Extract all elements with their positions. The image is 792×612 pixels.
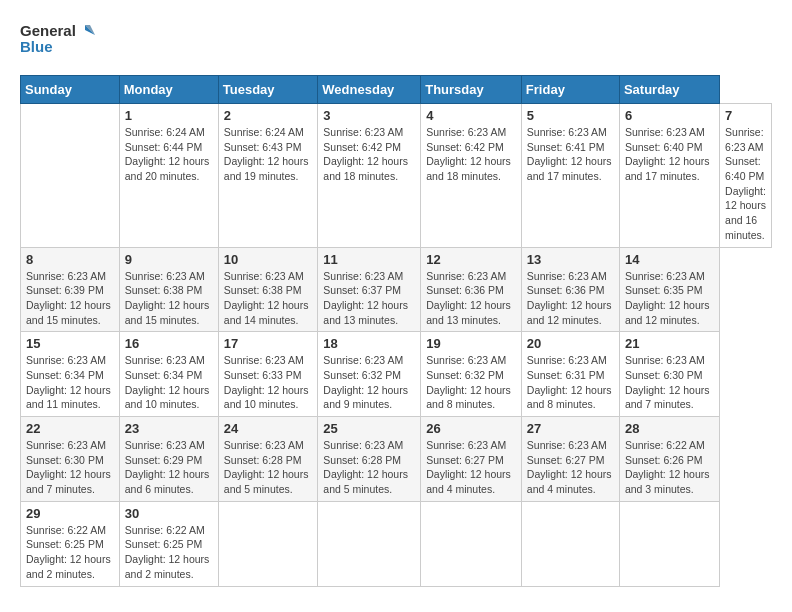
day-number: 1 [125,108,213,123]
day-of-week-header: Wednesday [318,76,421,104]
calendar-day-cell [619,501,719,586]
calendar-week-row: 22 Sunrise: 6:23 AM Sunset: 6:30 PM Dayl… [21,417,772,502]
day-info: Sunrise: 6:24 AM Sunset: 6:44 PM Dayligh… [125,125,213,184]
calendar-day-cell: 6 Sunrise: 6:23 AM Sunset: 6:40 PM Dayli… [619,104,719,248]
day-info: Sunrise: 6:23 AM Sunset: 6:39 PM Dayligh… [26,269,114,328]
calendar-day-cell: 1 Sunrise: 6:24 AM Sunset: 6:44 PM Dayli… [119,104,218,248]
day-info: Sunrise: 6:23 AM Sunset: 6:29 PM Dayligh… [125,438,213,497]
day-of-week-header: Sunday [21,76,120,104]
day-number: 23 [125,421,213,436]
day-info: Sunrise: 6:23 AM Sunset: 6:28 PM Dayligh… [323,438,415,497]
svg-text:Blue: Blue [20,38,53,55]
day-number: 27 [527,421,614,436]
day-info: Sunrise: 6:23 AM Sunset: 6:27 PM Dayligh… [426,438,516,497]
calendar-week-row: 8 Sunrise: 6:23 AM Sunset: 6:39 PM Dayli… [21,247,772,332]
logo-svg: General Blue [20,20,100,65]
day-of-week-header: Thursday [421,76,522,104]
day-of-week-header: Friday [521,76,619,104]
day-info: Sunrise: 6:22 AM Sunset: 6:25 PM Dayligh… [26,523,114,582]
day-number: 10 [224,252,313,267]
day-info: Sunrise: 6:23 AM Sunset: 6:32 PM Dayligh… [426,353,516,412]
page-header: General Blue [20,20,772,65]
day-number: 8 [26,252,114,267]
day-info: Sunrise: 6:23 AM Sunset: 6:37 PM Dayligh… [323,269,415,328]
day-info: Sunrise: 6:22 AM Sunset: 6:25 PM Dayligh… [125,523,213,582]
calendar-day-cell: 8 Sunrise: 6:23 AM Sunset: 6:39 PM Dayli… [21,247,120,332]
calendar-day-cell: 29 Sunrise: 6:22 AM Sunset: 6:25 PM Dayl… [21,501,120,586]
logo: General Blue [20,20,100,65]
day-info: Sunrise: 6:23 AM Sunset: 6:36 PM Dayligh… [426,269,516,328]
day-info: Sunrise: 6:23 AM Sunset: 6:36 PM Dayligh… [527,269,614,328]
day-info: Sunrise: 6:23 AM Sunset: 6:42 PM Dayligh… [426,125,516,184]
calendar-day-cell [218,501,318,586]
calendar-day-cell [421,501,522,586]
calendar-day-cell: 5 Sunrise: 6:23 AM Sunset: 6:41 PM Dayli… [521,104,619,248]
day-number: 3 [323,108,415,123]
day-info: Sunrise: 6:23 AM Sunset: 6:41 PM Dayligh… [527,125,614,184]
day-info: Sunrise: 6:23 AM Sunset: 6:30 PM Dayligh… [625,353,714,412]
day-number: 19 [426,336,516,351]
day-number: 5 [527,108,614,123]
day-info: Sunrise: 6:23 AM Sunset: 6:33 PM Dayligh… [224,353,313,412]
day-number: 28 [625,421,714,436]
calendar-day-cell: 28 Sunrise: 6:22 AM Sunset: 6:26 PM Dayl… [619,417,719,502]
calendar-day-cell: 10 Sunrise: 6:23 AM Sunset: 6:38 PM Dayl… [218,247,318,332]
day-info: Sunrise: 6:23 AM Sunset: 6:42 PM Dayligh… [323,125,415,184]
day-info: Sunrise: 6:23 AM Sunset: 6:34 PM Dayligh… [125,353,213,412]
day-number: 26 [426,421,516,436]
day-number: 18 [323,336,415,351]
calendar-day-cell: 14 Sunrise: 6:23 AM Sunset: 6:35 PM Dayl… [619,247,719,332]
calendar-day-cell: 23 Sunrise: 6:23 AM Sunset: 6:29 PM Dayl… [119,417,218,502]
day-of-week-header: Monday [119,76,218,104]
day-number: 11 [323,252,415,267]
calendar-day-cell [521,501,619,586]
calendar-day-cell: 7 Sunrise: 6:23 AM Sunset: 6:40 PM Dayli… [720,104,772,248]
day-number: 12 [426,252,516,267]
day-number: 14 [625,252,714,267]
day-number: 22 [26,421,114,436]
day-number: 25 [323,421,415,436]
calendar-week-row: 1 Sunrise: 6:24 AM Sunset: 6:44 PM Dayli… [21,104,772,248]
day-info: Sunrise: 6:23 AM Sunset: 6:40 PM Dayligh… [625,125,714,184]
calendar-day-cell: 15 Sunrise: 6:23 AM Sunset: 6:34 PM Dayl… [21,332,120,417]
svg-text:General: General [20,22,76,39]
calendar-day-cell: 11 Sunrise: 6:23 AM Sunset: 6:37 PM Dayl… [318,247,421,332]
calendar-day-cell: 21 Sunrise: 6:23 AM Sunset: 6:30 PM Dayl… [619,332,719,417]
day-number: 13 [527,252,614,267]
day-info: Sunrise: 6:23 AM Sunset: 6:31 PM Dayligh… [527,353,614,412]
day-info: Sunrise: 6:24 AM Sunset: 6:43 PM Dayligh… [224,125,313,184]
calendar-table: SundayMondayTuesdayWednesdayThursdayFrid… [20,75,772,587]
calendar-day-cell: 4 Sunrise: 6:23 AM Sunset: 6:42 PM Dayli… [421,104,522,248]
day-number: 17 [224,336,313,351]
day-number: 7 [725,108,766,123]
empty-cell [21,104,120,248]
calendar-day-cell: 16 Sunrise: 6:23 AM Sunset: 6:34 PM Dayl… [119,332,218,417]
day-info: Sunrise: 6:23 AM Sunset: 6:32 PM Dayligh… [323,353,415,412]
day-number: 30 [125,506,213,521]
calendar-day-cell: 26 Sunrise: 6:23 AM Sunset: 6:27 PM Dayl… [421,417,522,502]
calendar-week-row: 29 Sunrise: 6:22 AM Sunset: 6:25 PM Dayl… [21,501,772,586]
calendar-day-cell: 25 Sunrise: 6:23 AM Sunset: 6:28 PM Dayl… [318,417,421,502]
day-info: Sunrise: 6:23 AM Sunset: 6:28 PM Dayligh… [224,438,313,497]
day-info: Sunrise: 6:22 AM Sunset: 6:26 PM Dayligh… [625,438,714,497]
calendar-day-cell: 22 Sunrise: 6:23 AM Sunset: 6:30 PM Dayl… [21,417,120,502]
day-info: Sunrise: 6:23 AM Sunset: 6:27 PM Dayligh… [527,438,614,497]
calendar-day-cell: 2 Sunrise: 6:24 AM Sunset: 6:43 PM Dayli… [218,104,318,248]
day-number: 15 [26,336,114,351]
day-number: 9 [125,252,213,267]
day-info: Sunrise: 6:23 AM Sunset: 6:30 PM Dayligh… [26,438,114,497]
calendar-day-cell: 13 Sunrise: 6:23 AM Sunset: 6:36 PM Dayl… [521,247,619,332]
calendar-header-row: SundayMondayTuesdayWednesdayThursdayFrid… [21,76,772,104]
day-number: 24 [224,421,313,436]
day-info: Sunrise: 6:23 AM Sunset: 6:34 PM Dayligh… [26,353,114,412]
calendar-day-cell: 19 Sunrise: 6:23 AM Sunset: 6:32 PM Dayl… [421,332,522,417]
calendar-day-cell: 27 Sunrise: 6:23 AM Sunset: 6:27 PM Dayl… [521,417,619,502]
calendar-day-cell: 9 Sunrise: 6:23 AM Sunset: 6:38 PM Dayli… [119,247,218,332]
day-number: 29 [26,506,114,521]
day-info: Sunrise: 6:23 AM Sunset: 6:38 PM Dayligh… [125,269,213,328]
calendar-day-cell [318,501,421,586]
calendar-day-cell: 30 Sunrise: 6:22 AM Sunset: 6:25 PM Dayl… [119,501,218,586]
day-info: Sunrise: 6:23 AM Sunset: 6:40 PM Dayligh… [725,125,766,243]
day-number: 6 [625,108,714,123]
day-number: 4 [426,108,516,123]
